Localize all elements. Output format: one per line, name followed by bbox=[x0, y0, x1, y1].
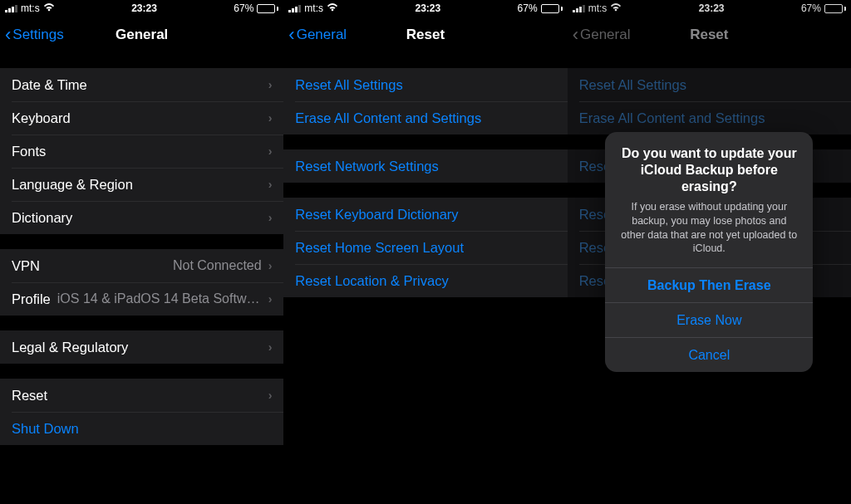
group-reset-network: Reset Network Settings bbox=[283, 149, 567, 183]
row-reset[interactable]: Reset › bbox=[0, 379, 283, 412]
carrier-label: mt:s bbox=[304, 2, 323, 14]
row-language-region[interactable]: Language & Region › bbox=[0, 168, 283, 201]
page-title: General bbox=[116, 27, 168, 43]
back-label: General bbox=[297, 27, 347, 43]
group-vpn-profile: VPN Not Connected › Profile iOS 14 & iPa… bbox=[0, 249, 283, 316]
signal-icon bbox=[288, 4, 301, 12]
battery-pct: 67% bbox=[234, 2, 253, 14]
battery-icon bbox=[541, 4, 563, 13]
alert-title: Do you want to update your iCloud Backup… bbox=[618, 145, 799, 195]
chevron-right-icon: › bbox=[268, 144, 273, 158]
row-keyboard[interactable]: Keyboard › bbox=[0, 101, 283, 135]
chevron-right-icon: › bbox=[268, 292, 273, 306]
status-time: 23:23 bbox=[131, 2, 157, 14]
wifi-icon bbox=[327, 3, 338, 13]
group-legal: Legal & Regulatory › bbox=[0, 330, 283, 364]
screen-reset-alert: mt:s 23:23 67% ‹ General Reset Reset All… bbox=[568, 0, 851, 504]
status-time: 23:23 bbox=[415, 2, 440, 14]
row-profile[interactable]: Profile iOS 14 & iPadOS 14 Beta Softwar.… bbox=[0, 282, 283, 316]
back-button[interactable]: ‹ Settings bbox=[5, 26, 64, 44]
row-reset-network[interactable]: Reset Network Settings bbox=[283, 149, 567, 183]
status-bar: mt:s 23:23 67% bbox=[283, 0, 567, 17]
group-reset-misc: Reset Keyboard Dictionary Reset Home Scr… bbox=[283, 198, 567, 297]
battery-icon bbox=[257, 4, 278, 13]
row-fonts[interactable]: Fonts › bbox=[0, 135, 283, 168]
chevron-right-icon: › bbox=[268, 259, 273, 272]
signal-icon bbox=[5, 4, 17, 12]
chevron-left-icon: ‹ bbox=[5, 26, 11, 44]
alert-button-cancel[interactable]: Cancel bbox=[605, 337, 813, 372]
chevron-right-icon: › bbox=[268, 211, 273, 224]
status-left: mt:s bbox=[5, 2, 55, 14]
row-legal[interactable]: Legal & Regulatory › bbox=[0, 330, 283, 364]
chevron-right-icon: › bbox=[268, 111, 273, 125]
row-date-time[interactable]: Date & Time › bbox=[0, 68, 283, 101]
screen-reset: mt:s 23:23 67% ‹ General Reset Reset All… bbox=[283, 0, 567, 504]
back-button[interactable]: ‹ General bbox=[288, 26, 347, 44]
nav-bar: ‹ General Reset bbox=[283, 17, 567, 53]
row-reset-keyboard-dict[interactable]: Reset Keyboard Dictionary bbox=[283, 198, 567, 231]
alert-button-erase-now[interactable]: Erase Now bbox=[605, 302, 813, 337]
row-dictionary[interactable]: Dictionary › bbox=[0, 201, 283, 234]
alert-backdrop: Do you want to update your iCloud Backup… bbox=[568, 0, 851, 504]
group-datetime: Date & Time › Keyboard › Fonts › Languag… bbox=[0, 68, 283, 234]
chevron-right-icon: › bbox=[268, 340, 273, 354]
page-title: Reset bbox=[406, 27, 445, 43]
screen-general: mt:s 23:23 67% ‹ Settings General Date &… bbox=[0, 0, 283, 504]
chevron-right-icon: › bbox=[268, 78, 273, 91]
row-reset-all-settings[interactable]: Reset All Settings bbox=[283, 68, 567, 101]
alert-dialog: Do you want to update your iCloud Backup… bbox=[605, 132, 813, 373]
row-vpn[interactable]: VPN Not Connected › bbox=[0, 249, 283, 282]
row-erase-all[interactable]: Erase All Content and Settings bbox=[283, 101, 567, 135]
status-bar: mt:s 23:23 67% bbox=[0, 0, 283, 17]
row-shutdown[interactable]: Shut Down bbox=[0, 412, 283, 445]
row-reset-location[interactable]: Reset Location & Privacy bbox=[283, 264, 567, 297]
group-reset-all: Reset All Settings Erase All Content and… bbox=[283, 68, 567, 135]
back-label: Settings bbox=[12, 27, 63, 43]
chevron-right-icon: › bbox=[268, 389, 273, 402]
chevron-left-icon: ‹ bbox=[288, 26, 294, 44]
wifi-icon bbox=[43, 3, 55, 13]
row-reset-home[interactable]: Reset Home Screen Layout bbox=[283, 231, 567, 264]
nav-bar: ‹ Settings General bbox=[0, 17, 283, 53]
status-right: 67% bbox=[234, 2, 278, 14]
group-reset: Reset › Shut Down bbox=[0, 379, 283, 445]
alert-button-backup[interactable]: Backup Then Erase bbox=[605, 267, 813, 302]
alert-body: Do you want to update your iCloud Backup… bbox=[605, 132, 813, 268]
chevron-right-icon: › bbox=[268, 178, 273, 191]
carrier-label: mt:s bbox=[21, 2, 40, 14]
alert-message: If you erase without updating your backu… bbox=[618, 200, 799, 257]
battery-pct: 67% bbox=[518, 2, 538, 14]
